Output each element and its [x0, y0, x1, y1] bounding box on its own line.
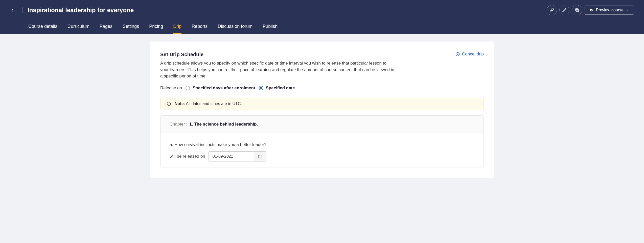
svg-rect-9 [259, 155, 262, 158]
link-icon-button[interactable] [547, 5, 557, 15]
calendar-icon [258, 154, 262, 159]
back-arrow[interactable] [10, 7, 17, 14]
preview-course-button[interactable]: Preview course [585, 6, 634, 15]
duplicate-icon-button[interactable] [572, 5, 582, 15]
cancel-icon [455, 52, 460, 56]
tab-pages[interactable]: Pages [100, 20, 112, 34]
svg-rect-1 [576, 9, 579, 12]
note-label: Note: [175, 102, 185, 106]
tab-curriculum[interactable]: Curriculum [67, 20, 89, 34]
section-title: Set Drip Schedule [160, 52, 203, 57]
chapter-title: 1. The science behind leadership. [189, 122, 258, 127]
tab-publish[interactable]: Publish [263, 20, 278, 34]
chapter-label: Chapter : [170, 122, 187, 127]
date-picker-button[interactable] [254, 152, 266, 161]
radio-label: Specified days after enrolment [193, 86, 255, 91]
note-text: All dates and times are in UTC. [186, 102, 242, 106]
tab-settings[interactable]: Settings [123, 20, 139, 34]
tab-drip[interactable]: Drip [173, 20, 181, 34]
divider [22, 7, 22, 13]
chapter-box: Chapter : 1. The science behind leadersh… [160, 115, 484, 168]
radio-indicator [259, 86, 263, 90]
section-description: A drip schedule allows you to specify on… [160, 60, 395, 79]
tab-pricing[interactable]: Pricing [149, 20, 163, 34]
eye-icon [589, 8, 593, 12]
radio-indicator [186, 86, 190, 90]
tab-discussion-forum[interactable]: Discussion forum [218, 20, 252, 34]
note-box: Note: All dates and times are in UTC. [160, 98, 484, 110]
info-icon [167, 102, 171, 106]
edit-icon-button[interactable] [559, 5, 569, 15]
radio-days-after-enrolment[interactable]: Specified days after enrolment [186, 86, 255, 91]
preview-label: Preview course [596, 8, 624, 12]
release-on-label: Release on [160, 86, 182, 91]
page-title: Inspirational leadership for everyone [28, 7, 542, 14]
tab-course-details[interactable]: Course details [28, 20, 57, 34]
cancel-drip-link[interactable]: Cancel drip [455, 52, 484, 57]
release-date-input[interactable] [209, 152, 254, 161]
tabs-nav: Course details Curriculum Pages Settings… [0, 20, 644, 34]
svg-rect-2 [576, 9, 578, 11]
lesson-title: a. How survival instincts make you a bet… [170, 142, 474, 147]
cancel-label: Cancel drip [462, 52, 484, 57]
release-text: will be released on [170, 154, 205, 159]
tab-reports[interactable]: Reports [192, 20, 208, 34]
chevron-down-icon [626, 8, 630, 12]
lesson-row: a. How survival instincts make you a bet… [160, 133, 484, 168]
radio-specified-date[interactable]: Specified date [259, 86, 295, 91]
radio-label: Specified date [266, 86, 295, 91]
